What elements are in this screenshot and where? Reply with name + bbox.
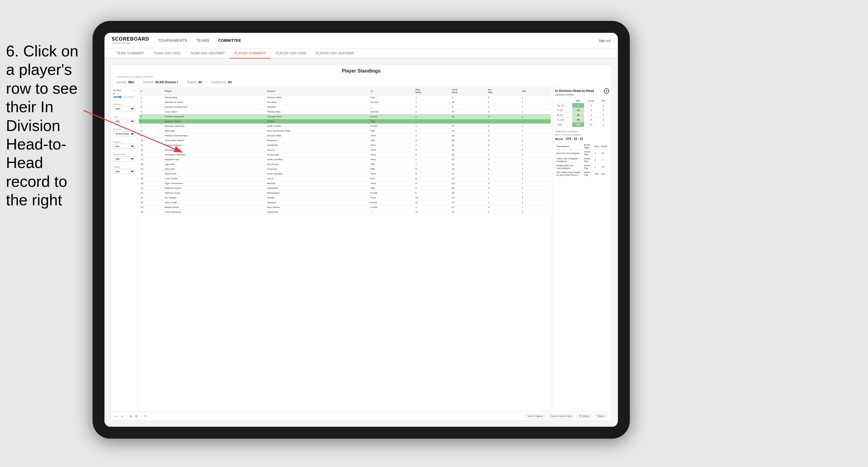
tournament-row: Amer Ari Intercollegiate Stroke Play 4 -… [555, 150, 609, 157]
region-select[interactable]: N/A [113, 144, 135, 149]
nav-right: Sign out [599, 39, 611, 42]
year-select[interactable]: (All) [113, 119, 135, 124]
card-title: Player Standings [111, 65, 612, 75]
h2h-panel: ✕ In Division Head-to-Head Jackson Koivu… [552, 86, 612, 411]
save-custom-label: Save Custom View [551, 415, 571, 417]
filter-group-year: Year (All) [113, 116, 135, 124]
filter-region: Region: All [187, 81, 202, 84]
table-row[interactable]: 9 Preston Summerhays Arizona State Third… [139, 133, 551, 138]
table-row[interactable]: 23 Jack Lundin Missouri Fourth 11 24 1 1 [139, 200, 551, 205]
sub-nav-team-summary[interactable]: TEAM SUMMARY [112, 48, 149, 58]
table-row[interactable]: 25 Cole Sherwood Vanderbilt — 12 23 1 1 [139, 210, 551, 215]
table-row[interactable]: 3 Michael Thorbjornsen Stanford — 1 8 1 … [139, 105, 551, 110]
table-row[interactable]: 21 Taehoon Song Washington Fourth 6 33 1… [139, 191, 551, 195]
player-select[interactable]: (All) [113, 169, 135, 174]
nav-teams[interactable]: TEAMS [196, 37, 210, 44]
toolbar-copy[interactable]: ⊞ [130, 415, 132, 418]
sub-nav-team-h2h-heatmap[interactable]: TEAM H2H HEATMAP [185, 48, 229, 58]
table-row[interactable]: 7 Nicholas Gabrelcik North Florida Fourt… [139, 124, 551, 129]
col-player: Player [163, 87, 266, 95]
tournament-row: Mirabel Maui Jim Intercollegiate Stroke … [555, 163, 609, 170]
filter-group-conference: Conference (All) [113, 153, 135, 161]
dashboard-card: Player Standings Update time: 27/03/2024… [111, 64, 612, 421]
tourney-col-name: Tournament [555, 143, 583, 150]
toolbar-paste[interactable]: ⊟ [135, 415, 137, 418]
filter-conference: Conference: All [211, 81, 231, 84]
view-original-label: View: Original [528, 415, 542, 417]
table-row[interactable]: 20 Matthew Riedel Vanderbilt Fifth 9 20 … [139, 186, 551, 191]
no-rds-section: No Rds. — 6 [113, 89, 135, 99]
filter-group-gender: Gender Men [113, 103, 135, 111]
left-filters: No Rds. — 6 Gender [111, 86, 137, 411]
table-row[interactable]: 24 Bastien Amat New Mexico Fourth 1 27 2… [139, 205, 551, 210]
tourney-col-type: Event Type [583, 143, 594, 150]
instruction-text: 6. Click on a player's row to see their … [0, 36, 90, 215]
table-row[interactable]: 1 Wenyi Ding Arizona State First 1 1 8 1 [139, 95, 551, 100]
table-row[interactable]: 8 Mats Ege East Tennessee State Fifth 1 … [139, 129, 551, 133]
sub-nav-player-h2h-grid[interactable]: PLAYER H2H GRID [271, 48, 311, 58]
table-row[interactable]: 15 Jake Hall Tennessee Fifth 7 22 1 1 [139, 162, 551, 167]
gender-select[interactable]: Men [113, 106, 135, 111]
col-num: # [139, 87, 163, 95]
share-label: Share [598, 415, 604, 417]
division-select[interactable]: NCAA Division I [113, 131, 135, 136]
table-row[interactable]: 16 Alex Goff Kentucky Fifth 8 19 0 1 [139, 167, 551, 172]
table-row[interactable]: 14 Maxwell Ford North Carolina Third 7 2… [139, 157, 551, 162]
toolbar-undo[interactable]: ↩ [116, 415, 118, 418]
card-update: Update time: 27/03/2024 16:56:26 [111, 75, 612, 79]
h2h-close-button[interactable]: ✕ [604, 88, 609, 94]
table-row[interactable]: 4 Luke Claton Florida State Second 1 27 … [139, 110, 551, 114]
col-conf-rank: ConfRank [450, 87, 486, 95]
watch-icon: 👁 [579, 415, 582, 417]
tournament-row: Fallen Oak Collegiate Invitational Strok… [555, 157, 609, 163]
h2h-tournament-table: Tournament Event Type Pos Score Amer Ari… [555, 143, 609, 177]
slider[interactable] [113, 96, 135, 98]
table-row[interactable]: 22 Ian Gilligan Florida Third 10 24 1 1 [139, 195, 551, 200]
conference-select[interactable]: (All) [113, 156, 135, 161]
table-row[interactable]: 12 Brendan Valles Auburn Third 4 16 1 1 [139, 148, 551, 153]
table-row[interactable]: 13 Phichaksn Maichon Texas A&M Third 6 3… [139, 153, 551, 157]
filter-gender: Gender: Men [117, 81, 134, 84]
save-custom-btn[interactable]: Save Custom View [548, 413, 574, 419]
logo-subtitle: Powered by clippi [112, 42, 149, 44]
main-content: Player Standings Update time: 27/03/2024… [104, 59, 618, 427]
filter-group-region: Region N/A [113, 141, 135, 149]
table-row[interactable]: 19 Tiger Christensen Arizona Third 8 23 … [139, 181, 551, 186]
watch-btn[interactable]: 👁 Watch [577, 413, 592, 419]
tablet-screen: SCOREBOARD Powered by clippi TOURNAMENTS… [104, 33, 618, 427]
sub-nav-player-h2h-heatmap[interactable]: PLAYER H2H HEATMAP [311, 48, 359, 58]
col-yr: Yr [369, 87, 414, 95]
table-row[interactable]: 17 David Ford North Carolina Third 9 21 … [139, 172, 551, 176]
filter-division: Division: NCAA Division I [143, 81, 178, 84]
share-btn[interactable]: Share [595, 413, 607, 419]
nav-committee[interactable]: COMMITTEE [218, 37, 241, 44]
h2h-opponents-label: Opponents in division: [555, 130, 609, 133]
sub-nav-player-summary[interactable]: PLAYER SUMMARY [229, 48, 271, 59]
table-row[interactable]: 5 Christo Lamprecht Georgia Tech Fourth … [139, 114, 551, 119]
h2h-title: In Division Head-to-Head [555, 89, 609, 93]
nav-sign-out[interactable]: Sign out [599, 39, 611, 42]
filter-group-player: Player (All) [113, 166, 135, 174]
slider-thumb [119, 96, 122, 98]
h2h-row: Top 10 8 3 2 [555, 103, 609, 108]
nav-items: TOURNAMENTS TEAMS COMMITTEE [158, 37, 599, 44]
logo-area: SCOREBOARD Powered by clippi [112, 36, 149, 44]
table-row[interactable]: 2 Michael La Sasso Ole Miss Second 1 18 … [139, 100, 551, 105]
bottom-toolbar: ↩ ↪ | ⊞ ⊟ | ↻ View: Original Save Custom… [111, 411, 612, 421]
table-row[interactable]: 10 Jacob Mac Diesen Arkansas Fifth 4 25 … [139, 138, 551, 143]
view-original-btn[interactable]: View: Original [525, 413, 545, 419]
top-nav: SCOREBOARD Powered by clippi TOURNAMENTS… [104, 33, 618, 48]
table-row[interactable]: 6 Jackson Koivun Auburn First — — — — [139, 119, 551, 124]
toolbar-redo[interactable]: ↪ [121, 415, 123, 418]
h2h-table: Win Loss Tie Top 10 8 3 2 11-25 20 9 5 2… [555, 98, 609, 127]
nav-tournaments[interactable]: TOURNAMENTS [158, 37, 187, 44]
h2h-record: 98.1% 674 - 33 - 12 [555, 137, 609, 141]
table-row[interactable]: 11 Gordon Sargent Vanderbilt Third 4 21 … [139, 143, 551, 148]
toolbar-refresh[interactable]: ↻ [145, 415, 147, 418]
player-table: # Player School Yr RegRank ConfRank No.R… [139, 87, 551, 215]
slider-fill [113, 96, 120, 98]
card-filters: Gender: Men Division: NCAA Division I Re… [111, 79, 612, 86]
sub-nav-team-h2h-grid[interactable]: TEAM H2H GRID [149, 48, 185, 58]
no-rds-min-val: 6 [113, 92, 135, 95]
table-row[interactable]: 18 Luke Powell UCLA First 9 24 1 1 [139, 176, 551, 181]
